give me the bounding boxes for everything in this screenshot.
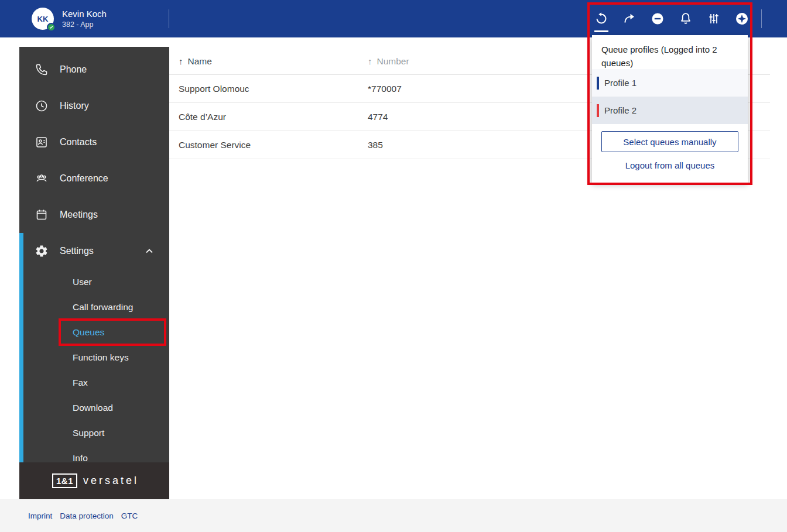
sidebar-subitem-call-forwarding[interactable]: Call forwarding — [19, 294, 169, 320]
sidebar-item-contacts[interactable]: Contacts — [19, 124, 169, 160]
brand-logo: 1&1 versatel — [19, 462, 169, 499]
subitem-label: Download — [73, 403, 113, 413]
sidebar-nav: Phone History Contacts Conference Meetin… — [19, 47, 169, 462]
select-queues-manually-button[interactable]: Select queues manually — [601, 131, 738, 152]
user-extension: 382 - App — [62, 20, 107, 29]
sidebar-item-label: Conference — [60, 173, 108, 184]
user-account[interactable]: KK Kevin Koch 382 - App — [32, 8, 107, 30]
queue-name: Support Olomouc — [169, 84, 368, 94]
logout-from-all-queues-button[interactable]: Logout from all queues — [592, 160, 748, 170]
app-window: KK Kevin Koch 382 - App — [0, 0, 787, 532]
page-footer: Imprint Data protection GTC — [0, 499, 787, 532]
subitem-label: Fax — [73, 377, 88, 388]
data-protection-link[interactable]: Data protection — [60, 512, 114, 520]
sidebar-subitem-queues[interactable]: Queues — [19, 320, 169, 345]
queue-profiles-popup: Queue profiles (Logged into 2 queues) Pr… — [592, 35, 748, 183]
queue-name: Côte d’Azur — [169, 112, 368, 122]
queue-name: Customer Service — [169, 140, 368, 150]
popup-title: Queue profiles (Logged into 2 queues) — [592, 35, 748, 69]
queue-profiles-icon[interactable] — [587, 5, 615, 33]
subitem-label: Call forwarding — [73, 302, 133, 313]
footer-links: Imprint Data protection GTC — [28, 499, 138, 532]
do-not-disturb-icon[interactable] — [644, 5, 672, 33]
sidebar-item-label: Meetings — [60, 210, 98, 220]
avatar: KK — [32, 8, 54, 30]
sidebar-subitem-support[interactable]: Support — [19, 420, 169, 445]
settings-section-accent-bar — [19, 233, 23, 462]
user-name: Kevin Koch — [62, 8, 107, 20]
logo-versatel: versatel — [83, 475, 139, 487]
top-header: KK Kevin Koch 382 - App — [0, 0, 787, 37]
column-label: Name — [188, 56, 212, 66]
assistant-icon[interactable] — [728, 5, 756, 33]
profile-color-bar — [597, 77, 599, 90]
profile-color-bar — [597, 104, 599, 117]
sidebar-item-history[interactable]: History — [19, 88, 169, 124]
sidebar-item-label: Phone — [60, 64, 87, 75]
queue-profile-1[interactable]: Profile 1 — [592, 69, 748, 97]
sidebar-subitem-info[interactable]: Info — [19, 445, 169, 462]
call-redirect-icon[interactable] — [615, 5, 644, 33]
subitem-label: Queues — [73, 327, 104, 338]
subitem-label: Function keys — [73, 352, 129, 363]
sidebar-subitem-fax[interactable]: Fax — [19, 370, 169, 395]
user-text: Kevin Koch 382 - App — [62, 8, 107, 29]
column-label: Number — [377, 56, 409, 66]
subitem-label: User — [73, 277, 92, 287]
sidebar-item-label: Settings — [60, 246, 94, 256]
sidebar-item-label: Contacts — [60, 137, 97, 147]
profile-label: Profile 2 — [604, 105, 637, 115]
notifications-icon[interactable] — [672, 5, 700, 33]
chevron-up-icon — [142, 244, 156, 258]
avatar-initials: KK — [37, 15, 49, 23]
profile-label: Profile 1 — [604, 78, 637, 88]
subitem-label: Info — [73, 453, 88, 463]
sidebar-item-phone[interactable]: Phone — [19, 52, 169, 88]
queue-profile-2[interactable]: Profile 2 — [592, 97, 748, 124]
imprint-link[interactable]: Imprint — [28, 512, 52, 520]
audio-settings-icon[interactable] — [700, 5, 728, 33]
header-divider — [761, 9, 762, 28]
sort-asc-icon: ↑ — [179, 56, 183, 66]
sidebar-item-settings[interactable]: Settings — [19, 233, 169, 269]
column-header-name[interactable]: ↑Name — [169, 56, 368, 67]
sidebar-subitem-user[interactable]: User — [19, 269, 169, 294]
gtc-link[interactable]: GTC — [121, 512, 138, 520]
sidebar-item-conference[interactable]: Conference — [19, 160, 169, 197]
header-divider — [169, 9, 169, 28]
sidebar: Phone History Contacts Conference Meetin… — [19, 47, 169, 462]
active-indicator — [594, 30, 608, 32]
sidebar-subitem-function-keys[interactable]: Function keys — [19, 345, 169, 370]
subitem-label: Support — [73, 428, 104, 438]
logo-1and1: 1&1 — [52, 473, 77, 488]
sort-asc-icon: ↑ — [368, 56, 372, 66]
header-actions — [587, 5, 756, 33]
online-status-icon — [47, 23, 56, 32]
sidebar-item-meetings[interactable]: Meetings — [19, 197, 169, 233]
sidebar-item-label: History — [60, 101, 89, 111]
sidebar-subitem-download[interactable]: Download — [19, 395, 169, 420]
